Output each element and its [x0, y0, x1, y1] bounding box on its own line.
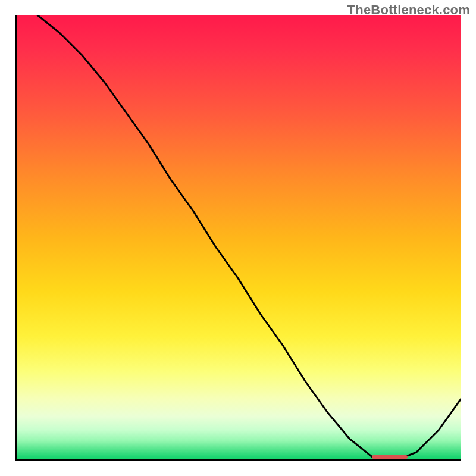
plot-area — [15, 15, 461, 461]
chart-container: TheBottleneck.com — [0, 0, 476, 476]
gradient-background — [15, 15, 461, 461]
optimal-range-marker — [372, 455, 408, 459]
